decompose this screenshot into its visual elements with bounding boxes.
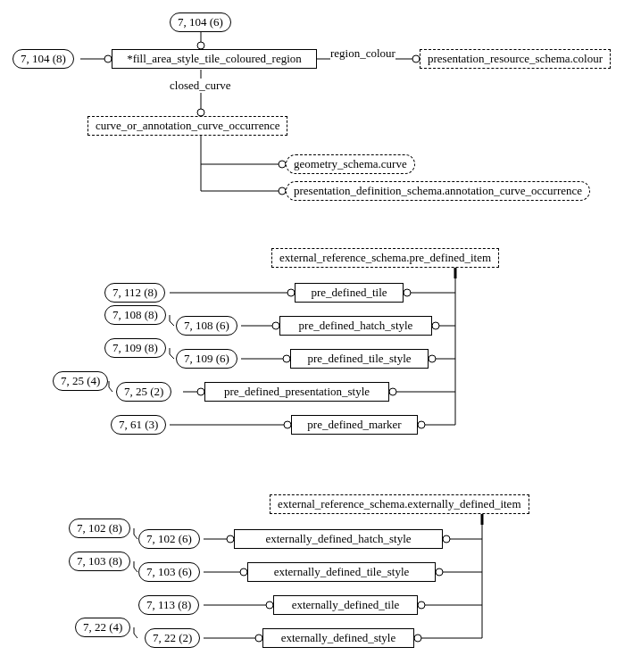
- svg-line-23: [170, 321, 174, 326]
- page-ref: 7, 103 (8): [69, 552, 130, 571]
- svg-line-63: [134, 634, 137, 638]
- schema-ref-parent: external_reference_schema.externally_def…: [270, 494, 529, 514]
- entity-box: pre_defined_presentation_style: [204, 382, 389, 402]
- attribute-label: closed_curve: [170, 79, 231, 93]
- svg-point-1: [197, 42, 204, 49]
- page-ref: 7, 109 (8): [104, 338, 166, 358]
- page-ref: 7, 22 (4): [75, 618, 130, 637]
- page-ref: 7, 25 (2): [116, 382, 171, 402]
- svg-point-58: [266, 601, 273, 609]
- svg-point-38: [418, 421, 425, 428]
- page-ref: 7, 108 (6): [176, 316, 237, 336]
- page-ref: 7, 112 (8): [104, 283, 165, 303]
- svg-point-40: [284, 421, 291, 428]
- entity-box: externally_defined_style: [262, 628, 414, 648]
- entity-box: *fill_area_style_tile_coloured_region: [112, 49, 317, 69]
- svg-point-3: [104, 55, 112, 62]
- svg-point-52: [240, 568, 247, 576]
- svg-point-56: [418, 601, 425, 609]
- svg-point-28: [283, 355, 290, 362]
- page-ref: 7, 108 (8): [104, 305, 166, 325]
- svg-line-35: [109, 387, 112, 392]
- page-ref: 7, 104 (8): [12, 49, 74, 69]
- svg-point-34: [197, 388, 204, 395]
- entity-box: externally_defined_tile: [273, 595, 418, 615]
- select-type: curve_or_annotation_curve_occurrence: [87, 116, 287, 136]
- attribute-label: region_colour: [330, 46, 395, 61]
- entity-box: pre_defined_marker: [291, 415, 418, 435]
- svg-point-22: [272, 322, 279, 329]
- schema-ref-parent: external_reference_schema.pre_defined_it…: [271, 248, 499, 268]
- page-ref: 7, 102 (6): [138, 529, 200, 549]
- page-ref: 7, 61 (3): [111, 415, 166, 435]
- entity-box: externally_defined_hatch_style: [234, 529, 443, 549]
- schema-ref: presentation_definition_schema.annotatio…: [286, 181, 590, 201]
- svg-point-7: [197, 109, 204, 116]
- page-ref: 7, 113 (8): [138, 595, 199, 615]
- svg-point-20: [432, 322, 439, 329]
- page-ref: 7, 103 (6): [138, 562, 200, 582]
- svg-point-5: [412, 55, 420, 62]
- svg-line-29: [170, 354, 174, 359]
- svg-point-10: [279, 161, 286, 168]
- svg-point-12: [279, 187, 286, 195]
- svg-point-26: [429, 355, 436, 362]
- page-ref: 7, 109 (6): [176, 349, 237, 369]
- svg-point-18: [287, 289, 295, 296]
- entity-box: pre_defined_hatch_style: [279, 316, 432, 336]
- page-ref: 7, 22 (2): [145, 628, 200, 648]
- svg-point-46: [227, 535, 234, 543]
- entity-box: pre_defined_tile_style: [290, 349, 429, 369]
- schema-ref: geometry_schema.curve: [286, 154, 415, 174]
- svg-point-60: [414, 635, 421, 642]
- svg-point-44: [443, 535, 450, 543]
- svg-point-50: [436, 568, 443, 576]
- page-ref: 7, 25 (4): [53, 371, 108, 391]
- page-ref: 7, 102 (8): [69, 519, 130, 538]
- svg-line-47: [134, 535, 137, 539]
- svg-point-62: [255, 635, 262, 642]
- schema-ref: presentation_resource_schema.colour: [420, 49, 611, 69]
- svg-point-16: [404, 289, 411, 296]
- entity-box: externally_defined_tile_style: [247, 562, 436, 582]
- svg-line-53: [134, 568, 137, 572]
- svg-point-32: [389, 388, 396, 395]
- page-ref: 7, 104 (6): [170, 12, 231, 32]
- entity-box: pre_defined_tile: [295, 283, 404, 303]
